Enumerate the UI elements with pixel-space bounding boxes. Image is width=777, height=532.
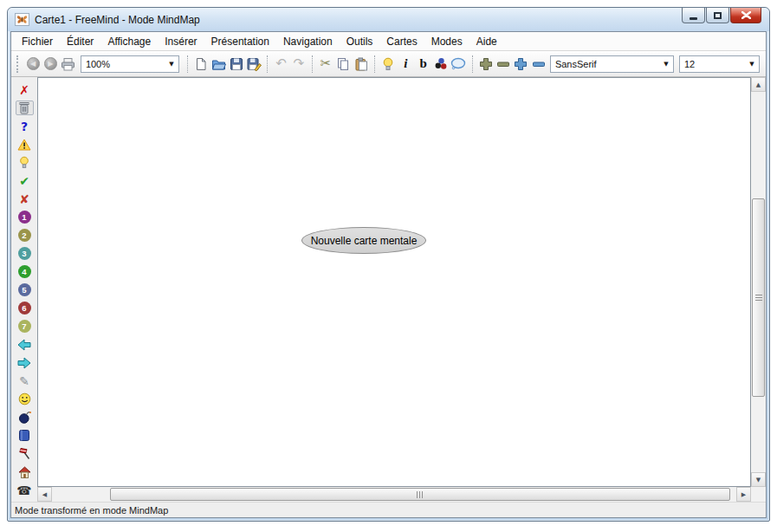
font-family-combobox[interactable]: SansSerif ▼ bbox=[550, 55, 674, 73]
titlebar[interactable]: Carte1 - FreeMind - Mode MindMap bbox=[8, 8, 769, 31]
menu-presentation[interactable]: Présentation bbox=[204, 34, 276, 49]
nav-back-button[interactable]: ◀ bbox=[24, 55, 42, 74]
remove-icon-button[interactable]: ✗ bbox=[16, 82, 34, 97]
vertical-scrollbar[interactable]: ▲ ▼ bbox=[751, 77, 766, 487]
menu-editer[interactable]: Éditer bbox=[60, 34, 100, 49]
font-increase-button[interactable] bbox=[477, 55, 495, 74]
freemind-window: Carte1 - FreeMind - Mode MindMap Fichier… bbox=[7, 7, 770, 522]
menu-affichage[interactable]: Affichage bbox=[100, 34, 158, 49]
book-button[interactable] bbox=[16, 428, 34, 443]
undo-button[interactable]: ↶ bbox=[272, 55, 289, 74]
zoom-combobox[interactable]: 100% ▼ bbox=[81, 55, 179, 73]
node-font-decrease-button[interactable] bbox=[530, 55, 547, 74]
not-ok-icon-button[interactable]: ✘ bbox=[16, 191, 34, 206]
window-controls bbox=[681, 8, 761, 23]
toolbar-grip[interactable] bbox=[16, 55, 21, 73]
cut-button[interactable]: ✂ bbox=[317, 55, 334, 74]
app-body: ✗ ? bbox=[11, 77, 766, 502]
scroll-left-button[interactable]: ◀ bbox=[37, 487, 52, 502]
minus-olive-icon bbox=[496, 57, 510, 71]
idea-button[interactable] bbox=[379, 55, 397, 74]
home-icon bbox=[18, 466, 31, 478]
paste-button[interactable] bbox=[353, 55, 370, 74]
number-3-button[interactable]: 3 bbox=[16, 246, 34, 261]
toolbar-separator bbox=[374, 55, 375, 73]
menu-navigation[interactable]: Navigation bbox=[276, 34, 340, 49]
close-button[interactable] bbox=[730, 8, 761, 23]
number-6-icon: 6 bbox=[18, 302, 31, 315]
font-size-combobox[interactable]: 12 ▼ bbox=[679, 55, 760, 73]
menu-fichier[interactable]: Fichier bbox=[15, 34, 60, 49]
chevron-down-icon: ▼ bbox=[165, 61, 178, 68]
forward-arrow-icon bbox=[17, 357, 31, 369]
help-icon-button[interactable]: ? bbox=[16, 119, 34, 133]
maximize-icon bbox=[714, 12, 722, 19]
horizontal-scrollbar[interactable]: ◀ ▶ bbox=[37, 487, 751, 502]
bold-button[interactable]: b bbox=[415, 55, 432, 74]
window-content: Fichier Éditer Affichage Insérer Présent… bbox=[10, 31, 767, 518]
horizontal-scroll-thumb[interactable] bbox=[110, 488, 730, 501]
icon-toolbar: ✗ ? bbox=[11, 77, 37, 502]
triangle-down-icon: ▼ bbox=[756, 477, 761, 483]
menu-cartes[interactable]: Cartes bbox=[379, 34, 424, 49]
warning-icon-button[interactable] bbox=[16, 137, 34, 152]
scroll-right-button[interactable]: ▶ bbox=[736, 487, 751, 502]
root-node[interactable]: Nouvelle carte mentale bbox=[301, 227, 426, 254]
save-map-button[interactable] bbox=[228, 55, 245, 74]
cloud-button[interactable] bbox=[450, 55, 467, 74]
idea-icon-button[interactable] bbox=[16, 155, 34, 170]
maximize-button[interactable] bbox=[706, 8, 729, 23]
forward-arrow-button[interactable] bbox=[16, 355, 34, 370]
print-button[interactable] bbox=[60, 55, 77, 74]
freemind-logo-icon bbox=[15, 13, 29, 26]
nav-forward-button[interactable]: ▶ bbox=[42, 55, 59, 74]
new-map-button[interactable] bbox=[192, 55, 210, 74]
triangle-right-icon: ▶ bbox=[741, 491, 746, 498]
vertical-scroll-thumb[interactable] bbox=[752, 198, 765, 397]
trash-button[interactable] bbox=[16, 101, 34, 115]
flag-button[interactable] bbox=[16, 446, 34, 461]
pencil-button[interactable]: ✎ bbox=[16, 373, 34, 388]
number-4-button[interactable]: 4 bbox=[16, 264, 34, 279]
mindmap-canvas[interactable]: Nouvelle carte mentale bbox=[37, 77, 751, 487]
cut-icon: ✂ bbox=[321, 57, 332, 70]
menu-modes[interactable]: Modes bbox=[424, 34, 469, 49]
save-as-icon bbox=[247, 57, 262, 71]
bomb-icon bbox=[18, 411, 31, 424]
phone-button[interactable]: ☎ bbox=[16, 483, 34, 497]
blend-colors-button[interactable] bbox=[432, 55, 450, 74]
number-5-button[interactable]: 5 bbox=[16, 282, 34, 297]
font-decrease-button[interactable] bbox=[495, 55, 512, 74]
nav-forward-icon: ▶ bbox=[44, 57, 57, 70]
menu-outils[interactable]: Outils bbox=[340, 34, 380, 49]
number-4-icon: 4 bbox=[18, 265, 31, 278]
menubar: Fichier Éditer Affichage Insérer Présent… bbox=[11, 32, 766, 51]
remove-icon: ✗ bbox=[19, 84, 29, 96]
plus-olive-icon bbox=[479, 57, 493, 71]
number-1-button[interactable]: 1 bbox=[16, 210, 34, 224]
menu-aide[interactable]: Aide bbox=[469, 34, 504, 49]
copy-button[interactable] bbox=[334, 55, 352, 74]
bomb-button[interactable] bbox=[16, 410, 34, 425]
minimize-button[interactable] bbox=[682, 8, 705, 23]
save-map-as-button[interactable] bbox=[245, 55, 262, 74]
thumb-grip-icon bbox=[755, 295, 762, 301]
node-font-increase-button[interactable] bbox=[512, 55, 529, 74]
scroll-up-button[interactable]: ▲ bbox=[751, 77, 766, 92]
menu-inserer[interactable]: Insérer bbox=[158, 34, 204, 49]
scroll-down-button[interactable]: ▼ bbox=[751, 472, 766, 487]
number-6-button[interactable]: 6 bbox=[16, 301, 34, 315]
smiley-button[interactable] bbox=[16, 392, 34, 406]
redo-button[interactable]: ↷ bbox=[290, 55, 308, 74]
italic-button[interactable]: i bbox=[397, 55, 414, 74]
yes-icon-button[interactable]: ✔ bbox=[16, 173, 34, 188]
font-size-value: 12 bbox=[684, 59, 695, 69]
home-button[interactable] bbox=[16, 464, 34, 479]
blend-colors-icon bbox=[434, 57, 448, 71]
number-2-button[interactable]: 2 bbox=[16, 228, 34, 243]
minus-blue-icon bbox=[532, 57, 546, 71]
number-7-button[interactable]: 7 bbox=[16, 319, 34, 334]
phone-icon: ☎ bbox=[16, 484, 31, 496]
back-arrow-button[interactable] bbox=[16, 337, 34, 352]
open-map-button[interactable] bbox=[210, 55, 227, 74]
